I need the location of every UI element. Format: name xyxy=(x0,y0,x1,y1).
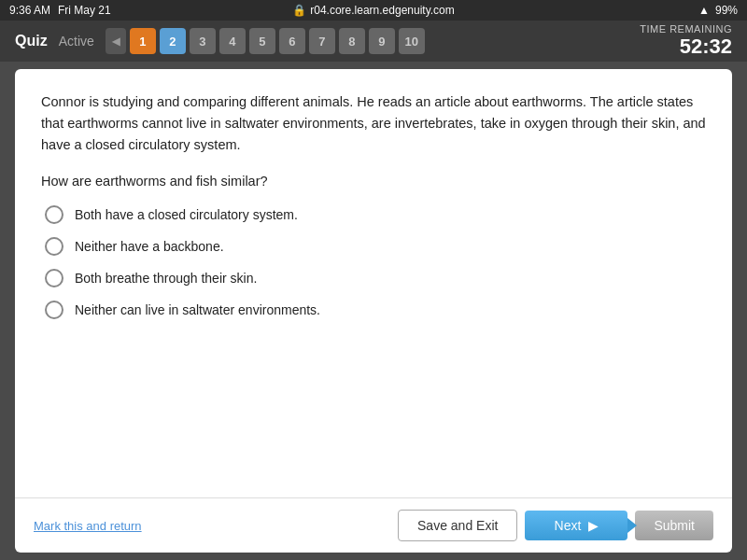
q-num-5[interactable]: 5 xyxy=(249,28,275,54)
quiz-footer: Mark this and return Save and Exit Next … xyxy=(15,497,732,553)
quiz-label: Quiz xyxy=(15,33,48,49)
save-exit-button[interactable]: Save and Exit xyxy=(398,510,517,541)
next-button-wrapper: Next ▶ xyxy=(525,511,627,540)
status-bar: 9:36 AM Fri May 21 🔒 r04.core.learn.edge… xyxy=(0,0,747,21)
q-num-7[interactable]: 7 xyxy=(309,28,335,54)
question-numbers: ◀ 1 2 3 4 5 6 7 8 9 10 xyxy=(106,28,425,54)
option-3[interactable]: Both breathe through their skin. xyxy=(45,269,706,287)
active-badge: Active xyxy=(59,34,94,49)
radio-1[interactable] xyxy=(45,205,63,224)
option-label-3: Both breathe through their skin. xyxy=(75,271,257,286)
time-display: 9:36 AM xyxy=(9,4,50,17)
question-passage: Connor is studying and comparing differe… xyxy=(41,91,706,157)
option-1[interactable]: Both have a closed circulatory system. xyxy=(45,205,706,224)
battery-display: 99% xyxy=(715,4,738,17)
url-bar: 🔒 r04.core.learn.edgenuity.com xyxy=(292,4,455,17)
radio-4[interactable] xyxy=(45,301,63,319)
footer-buttons: Save and Exit Next ▶ Submit xyxy=(398,510,713,541)
radio-2[interactable] xyxy=(45,237,63,256)
question-text: How are earthworms and fish similar? xyxy=(41,174,706,189)
lock-icon: 🔒 xyxy=(292,4,306,17)
next-arrow-icon: ▶ xyxy=(588,518,599,533)
q-num-6[interactable]: 6 xyxy=(279,28,305,54)
option-4[interactable]: Neither can live in saltwater environmen… xyxy=(45,301,706,319)
option-label-2: Neither have a backbone. xyxy=(75,239,224,254)
q-num-8[interactable]: 8 xyxy=(339,28,365,54)
q-num-2[interactable]: 2 xyxy=(160,28,186,54)
wifi-icon: ▲ xyxy=(698,4,710,17)
status-left: 9:36 AM Fri May 21 xyxy=(9,4,111,17)
q-num-4[interactable]: 4 xyxy=(219,28,246,54)
timer-area: TIME REMAINING 52:32 xyxy=(640,23,732,59)
q-num-3[interactable]: 3 xyxy=(190,28,216,54)
nav-bar: Quiz Active ◀ 1 2 3 4 5 6 7 8 9 10 TIME … xyxy=(0,21,747,62)
option-label-1: Both have a closed circulatory system. xyxy=(75,207,298,222)
quiz-card: Connor is studying and comparing differe… xyxy=(15,69,732,553)
mark-return-button[interactable]: Mark this and return xyxy=(34,519,142,533)
next-label: Next xyxy=(555,518,582,533)
submit-button[interactable]: Submit xyxy=(635,511,713,540)
q-num-1[interactable]: 1 xyxy=(130,28,156,54)
q-nav-prev: ◀ xyxy=(106,28,126,54)
option-2[interactable]: Neither have a backbone. xyxy=(45,237,706,256)
nav-left: Quiz Active ◀ 1 2 3 4 5 6 7 8 9 10 xyxy=(15,28,425,54)
radio-3[interactable] xyxy=(45,269,63,287)
date-display: Fri May 21 xyxy=(58,4,111,17)
main-wrapper: Connor is studying and comparing differe… xyxy=(0,62,747,560)
options-list: Both have a closed circulatory system. N… xyxy=(41,205,706,319)
q-num-10[interactable]: 10 xyxy=(399,28,425,54)
timer-value: 52:32 xyxy=(640,35,732,59)
status-right: ▲ 99% xyxy=(698,4,738,17)
quiz-body: Connor is studying and comparing differe… xyxy=(15,69,732,497)
next-button[interactable]: Next ▶ xyxy=(525,511,627,540)
url-text: r04.core.learn.edgenuity.com xyxy=(310,4,455,17)
timer-label: TIME REMAINING xyxy=(640,23,732,35)
option-label-4: Neither can live in saltwater environmen… xyxy=(75,302,320,317)
q-num-9[interactable]: 9 xyxy=(369,28,395,54)
